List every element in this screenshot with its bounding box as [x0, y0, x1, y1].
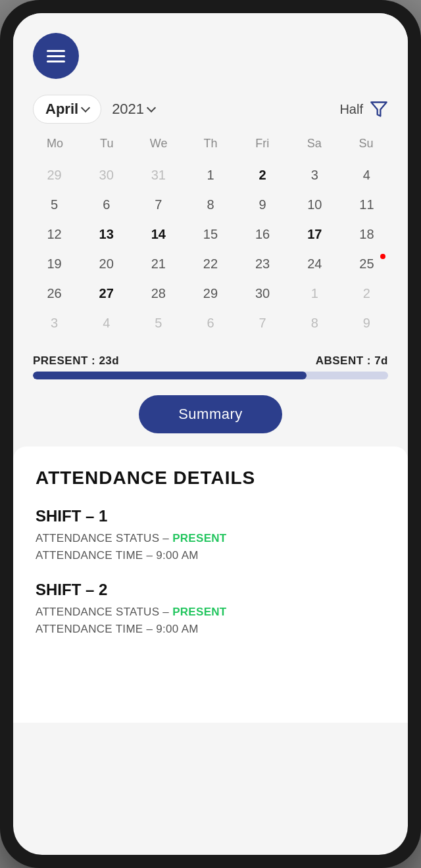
calendar-cell[interactable]: 2 — [341, 279, 392, 308]
progress-fill — [33, 372, 307, 379]
shift-2-status-row: ATTENDANCE STATUS – PRESENT — [36, 606, 385, 619]
progress-track — [33, 372, 388, 379]
menu-line-2 — [47, 55, 65, 57]
calendar-cell[interactable]: 10 — [289, 191, 340, 219]
calendar-cell[interactable]: 5 — [29, 191, 80, 219]
calendar-cell[interactable]: 22 — [185, 250, 235, 278]
shift-1-status-row: ATTENDANCE STATUS – PRESENT — [36, 532, 385, 545]
menu-icon — [47, 50, 65, 62]
calendar-cell[interactable]: 15 — [185, 220, 235, 249]
calendar-cell[interactable]: 6 — [81, 191, 132, 219]
menu-button[interactable] — [33, 33, 79, 79]
month-label: April — [45, 101, 78, 118]
calendar-controls: April 2021 Half — [13, 85, 408, 130]
calendar-cell[interactable]: 5 — [133, 309, 184, 337]
funnel-icon — [370, 100, 388, 118]
calendar-cell[interactable]: 4 — [341, 161, 392, 189]
calendar-body: 2930311234567891011121314151617181920212… — [29, 161, 392, 337]
calendar-cell[interactable]: 29 — [185, 279, 235, 308]
header-bar — [13, 13, 408, 85]
day-name-fri: Fri — [236, 130, 288, 157]
attendance-details: ATTENDANCE DETAILS SHIFT – 1 ATTENDANCE … — [13, 446, 408, 723]
calendar-cell[interactable]: 17 — [289, 220, 340, 249]
calendar-cell[interactable]: 31 — [133, 161, 184, 189]
calendar-cell[interactable]: 16 — [237, 220, 288, 249]
calendar-cell[interactable]: 23 — [237, 250, 288, 278]
summary-button-wrap: Summary — [13, 390, 408, 446]
half-filter[interactable]: Half — [339, 100, 388, 118]
calendar-cell[interactable]: 30 — [81, 161, 132, 189]
half-label: Half — [339, 102, 363, 117]
calendar-cell[interactable]: 14 — [133, 220, 184, 249]
shift-2-status-value: PRESENT — [172, 606, 226, 618]
calendar-cell[interactable]: 21 — [133, 250, 184, 278]
calendar-cell[interactable]: 3 — [29, 309, 80, 337]
calendar: Mo Tu We Th Fri Sa Su 293031123456789101… — [13, 130, 408, 348]
stats-bar: PRESENT : 23d ABSENT : 7d — [13, 348, 408, 372]
shift-1-status-value: PRESENT — [172, 532, 226, 544]
shift-1-time-row: ATTENDANCE TIME – 9:00 AM — [36, 549, 385, 562]
calendar-cell[interactable]: 8 — [289, 309, 340, 337]
shift-1-status-label: ATTENDANCE STATUS – — [36, 532, 169, 544]
calendar-cell[interactable]: 11 — [341, 191, 392, 219]
shift-1-block: SHIFT – 1 ATTENDANCE STATUS – PRESENT AT… — [36, 507, 385, 562]
calendar-cell[interactable]: 26 — [29, 279, 80, 308]
day-name-su: Su — [340, 130, 392, 157]
calendar-cell[interactable]: 24 — [289, 250, 340, 278]
calendar-cell[interactable]: 1 — [289, 279, 340, 308]
calendar-cell[interactable]: 27 — [81, 279, 132, 308]
day-name-we: We — [133, 130, 185, 157]
day-name-th: Th — [185, 130, 237, 157]
menu-line-3 — [47, 60, 65, 62]
shift-2-block: SHIFT – 2 ATTENDANCE STATUS – PRESENT AT… — [36, 581, 385, 636]
phone-screen: April 2021 Half Mo Tu We Th Fri — [13, 13, 408, 855]
calendar-cell[interactable]: 7 — [133, 191, 184, 219]
attendance-title: ATTENDANCE DETAILS — [36, 468, 385, 489]
calendar-cell[interactable]: 6 — [185, 309, 235, 337]
calendar-cell[interactable]: 4 — [81, 309, 132, 337]
calendar-cell[interactable]: 13 — [81, 220, 132, 249]
shift-2-name: SHIFT – 2 — [36, 581, 385, 599]
month-selector[interactable]: April — [33, 95, 101, 124]
calendar-cell[interactable]: 1 — [185, 161, 235, 189]
calendar-cell[interactable]: 29 — [29, 161, 80, 189]
calendar-cell[interactable]: 9 — [341, 309, 392, 337]
day-name-tu: Tu — [81, 130, 133, 157]
day-name-sa: Sa — [288, 130, 340, 157]
shift-2-time-row: ATTENDANCE TIME – 9:00 AM — [36, 623, 385, 636]
absent-stat: ABSENT : 7d — [316, 354, 388, 368]
calendar-cell[interactable]: 25 — [341, 250, 392, 278]
calendar-cell[interactable]: 18 — [341, 220, 392, 249]
calendar-cell[interactable]: 12 — [29, 220, 80, 249]
shift-1-name: SHIFT – 1 — [36, 507, 385, 525]
menu-line-1 — [47, 50, 65, 52]
calendar-cell[interactable]: 20 — [81, 250, 132, 278]
calendar-cell[interactable]: 3 — [289, 161, 340, 189]
month-chevron-icon — [81, 103, 90, 112]
day-name-mo: Mo — [29, 130, 81, 157]
shift-2-status-label: ATTENDANCE STATUS – — [36, 606, 169, 618]
year-chevron-icon — [147, 103, 156, 112]
calendar-cell[interactable]: 2 — [237, 161, 288, 189]
year-selector[interactable]: 2021 — [112, 101, 155, 118]
calendar-cell[interactable]: 9 — [237, 191, 288, 219]
svg-marker-0 — [371, 103, 386, 116]
calendar-cell[interactable]: 7 — [237, 309, 288, 337]
calendar-cell[interactable]: 19 — [29, 250, 80, 278]
present-stat: PRESENT : 23d — [33, 354, 119, 368]
year-label: 2021 — [112, 101, 144, 118]
summary-button[interactable]: Summary — [139, 395, 282, 433]
calendar-cell[interactable]: 30 — [237, 279, 288, 308]
calendar-cell[interactable]: 28 — [133, 279, 184, 308]
calendar-cell[interactable]: 8 — [185, 191, 235, 219]
progress-bar-wrap — [13, 372, 408, 390]
phone-shell: April 2021 Half Mo Tu We Th Fri — [0, 0, 421, 868]
calendar-header: Mo Tu We Th Fri Sa Su — [29, 130, 392, 157]
